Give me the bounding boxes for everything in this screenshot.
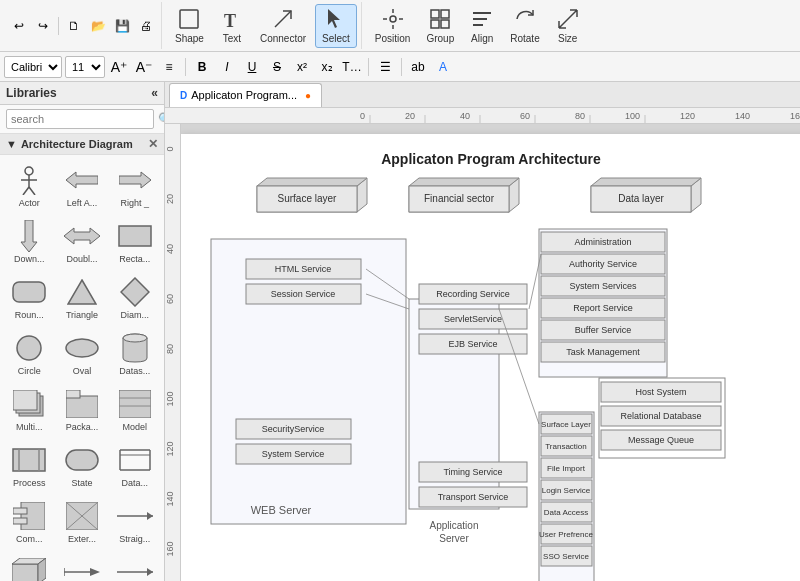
shape-rounded-rect[interactable]: Roun... <box>4 271 55 325</box>
highlight-btn[interactable]: ab <box>407 56 429 78</box>
svg-rect-12 <box>473 12 491 14</box>
host-system-group[interactable]: Host System Relational Database Message … <box>599 378 725 458</box>
bold-btn[interactable]: B <box>191 56 213 78</box>
svg-text:Message Queue: Message Queue <box>628 435 694 445</box>
shape-data-store[interactable]: Data... <box>109 439 160 493</box>
shape-long-arrow2[interactable]: Long... <box>109 551 160 581</box>
svg-line-19 <box>29 187 35 195</box>
svg-point-29 <box>66 339 98 357</box>
shape-state[interactable]: State <box>57 439 108 493</box>
data-store-icon <box>117 444 153 476</box>
actor-icon <box>11 164 47 196</box>
font-color-btn[interactable]: A <box>432 56 454 78</box>
oval-label: Oval <box>60 366 105 376</box>
open-btn[interactable]: 📂 <box>87 15 109 37</box>
down-arrow-icon <box>11 220 47 252</box>
security-service-label: SecurityService <box>262 424 325 434</box>
component-icon <box>11 500 47 532</box>
rotate-tool-btn[interactable]: Rotate <box>503 4 546 48</box>
shape-double-arrow[interactable]: Doubl... <box>57 215 108 269</box>
web-server-region[interactable] <box>211 239 406 524</box>
search-icon[interactable]: 🔍 <box>158 112 165 126</box>
left-arrow-label: Left A... <box>60 198 105 208</box>
section-title: Architecture Diagram <box>21 138 133 150</box>
shape-down-arrow[interactable]: Down... <box>4 215 55 269</box>
data-layer-box[interactable]: Data layer <box>591 178 701 212</box>
svg-text:0: 0 <box>360 111 365 121</box>
shape-circle[interactable]: Circle <box>4 327 55 381</box>
shape-tool-btn[interactable]: Shape <box>168 4 211 48</box>
shape-long-arrow1[interactable]: Long... <box>57 551 108 581</box>
svg-text:100: 100 <box>165 391 175 406</box>
shape-component[interactable]: Com... <box>4 495 55 549</box>
size-tool-btn[interactable]: Size <box>549 4 587 48</box>
font-size-select[interactable]: 11 <box>65 56 105 78</box>
shape-rectangle[interactable]: Recta... <box>109 215 160 269</box>
shape-triangle[interactable]: Triangle <box>57 271 108 325</box>
svg-marker-105 <box>257 178 367 186</box>
shape-diamond[interactable]: Diam... <box>109 271 160 325</box>
architecture-diagram-section[interactable]: ▼ Architecture Diagram ✕ <box>0 134 164 155</box>
tab-main[interactable]: D Applicaton Program... ● <box>169 83 322 107</box>
svg-rect-25 <box>13 282 45 302</box>
superscript-btn[interactable]: x² <box>291 56 313 78</box>
financial-sector-box[interactable]: Financial sector <box>409 178 519 212</box>
svg-text:Relational Database: Relational Database <box>620 411 701 421</box>
shape-3d[interactable]: 3D S... <box>4 551 55 581</box>
shape-straight[interactable]: Straig... <box>109 495 160 549</box>
print-btn[interactable]: 🖨 <box>135 15 157 37</box>
shape-external[interactable]: Exter... <box>57 495 108 549</box>
shape-right-arrow[interactable]: Right _ <box>109 159 160 213</box>
triangle-label: Triangle <box>60 310 105 320</box>
subscript-btn[interactable]: x₂ <box>316 56 338 78</box>
shape-multi[interactable]: Multi... <box>4 383 55 437</box>
select-tool-btn[interactable]: Select <box>315 4 357 48</box>
rounded-rect-icon <box>11 276 47 308</box>
tab-label: Applicaton Program... <box>191 89 297 101</box>
font-shrink-btn[interactable]: A⁻ <box>133 56 155 78</box>
shape-package[interactable]: Packa... <box>57 383 108 437</box>
undo-btn[interactable]: ↩ <box>8 15 30 37</box>
connector-tool-btn[interactable]: Connector <box>253 4 313 48</box>
shape-left-arrow[interactable]: Left A... <box>57 159 108 213</box>
font-name-select[interactable]: Calibri <box>4 56 62 78</box>
shape-oval[interactable]: Oval <box>57 327 108 381</box>
position-tool-btn[interactable]: Position <box>368 4 418 48</box>
group-tool-btn[interactable]: Group <box>419 4 461 48</box>
svg-rect-8 <box>431 10 439 18</box>
bullet-list-btn[interactable]: ☰ <box>374 56 396 78</box>
svg-rect-10 <box>441 10 449 18</box>
strikethrough-btn[interactable]: S <box>266 56 288 78</box>
tab-close-btn[interactable]: ● <box>305 90 311 101</box>
svg-text:120: 120 <box>165 441 175 456</box>
main-toolbar: ↩ ↪ 🗋 📂 💾 🖨 Shape T Text Connector <box>0 0 800 52</box>
canvas-container[interactable]: 0 20 40 60 80 100 120 140 160 180 200 <box>165 124 800 581</box>
model-icon <box>117 388 153 420</box>
new-btn[interactable]: 🗋 <box>63 15 85 37</box>
redo-btn[interactable]: ↪ <box>32 15 54 37</box>
diagram-canvas[interactable]: Applicaton Program Architecture Surface … <box>181 134 800 581</box>
underline-btn[interactable]: U <box>241 56 263 78</box>
right-arrow-icon <box>117 164 153 196</box>
svg-text:20: 20 <box>405 111 415 121</box>
svg-text:140: 140 <box>165 491 175 506</box>
svg-rect-49 <box>21 502 45 530</box>
text-format-btn[interactable]: T… <box>341 56 363 78</box>
font-grow-btn[interactable]: A⁺ <box>108 56 130 78</box>
align-tool-btn[interactable]: Align <box>463 4 501 48</box>
search-bar: 🔍 <box>0 105 164 134</box>
shape-process[interactable]: Process <box>4 439 55 493</box>
section-close-btn[interactable]: ✕ <box>148 137 158 151</box>
shape-database[interactable]: Datas... <box>109 327 160 381</box>
sidebar-collapse-btn[interactable]: « <box>151 86 158 100</box>
search-input[interactable] <box>6 109 154 129</box>
shape-actor[interactable]: Actor <box>4 159 55 213</box>
save-btn[interactable]: 💾 <box>111 15 133 37</box>
long-arrow2-icon <box>117 556 153 581</box>
text-tool-btn[interactable]: T Text <box>213 4 251 48</box>
align-center-btn[interactable]: ≡ <box>158 56 180 78</box>
surface-layer-box[interactable]: Surface layer <box>257 178 367 212</box>
svg-point-15 <box>25 167 33 175</box>
shape-model[interactable]: Model <box>109 383 160 437</box>
italic-btn[interactable]: I <box>216 56 238 78</box>
